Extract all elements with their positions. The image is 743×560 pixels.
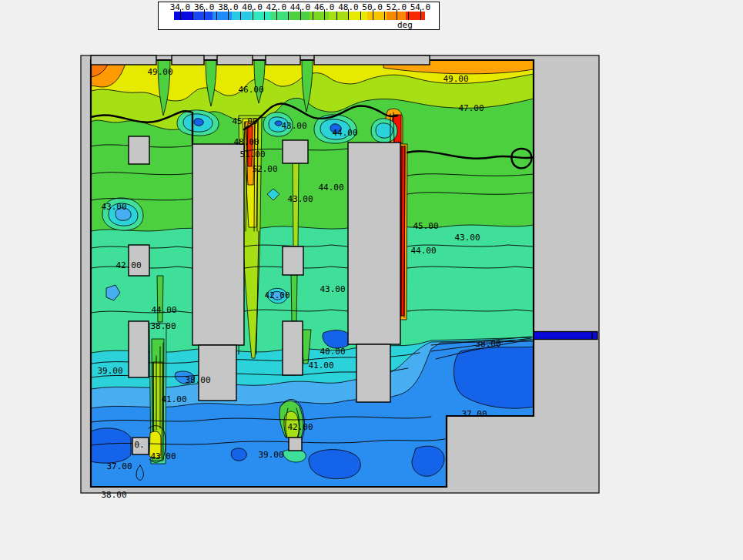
legend-minor-tick <box>360 12 361 20</box>
legend-minor-tick <box>408 12 409 20</box>
contour-label: 38.00 <box>150 321 176 331</box>
legend-tick <box>180 9 181 20</box>
contour-plot: 49.0046.0049.0047.0045.0043.0044.0048.00… <box>0 0 743 560</box>
legend-tick <box>228 9 229 20</box>
building-square-mid-center <box>283 246 303 275</box>
contour-label: 43.00 <box>320 284 345 294</box>
contour-label: 46.00 <box>238 85 263 95</box>
contour-label: 38.00 <box>101 490 126 500</box>
contour-label: 48.00 <box>233 137 259 147</box>
building-top-bar-2 <box>172 55 204 65</box>
building-tower-left-main <box>192 144 244 345</box>
legend-tick <box>276 9 277 20</box>
field-shape-streak-s4-s6 <box>291 275 297 321</box>
building-square-bottom-mid <box>289 438 302 451</box>
legend-tick <box>348 9 349 20</box>
contour-label: 45.00 <box>232 116 257 126</box>
building-top-bar-1 <box>91 55 156 65</box>
contour-label: 44.00 <box>318 183 343 193</box>
contour-label: 49.00 <box>147 67 172 77</box>
building-tower-right-main <box>348 143 400 344</box>
contour-label: 43.00 <box>281 121 306 131</box>
contour-label: 38.00 <box>475 339 500 349</box>
contour-label: 40.00 <box>320 347 345 357</box>
legend-tick <box>373 9 373 20</box>
legend-minor-tick <box>313 12 313 20</box>
legend-tick <box>397 9 397 20</box>
field-shape-pocket-b-core <box>194 119 203 126</box>
building-square-upper-left <box>129 136 149 164</box>
building-tower-right-stem <box>356 344 390 402</box>
contour-label: 39.00 <box>258 450 283 460</box>
contour-label: 41.00 <box>308 360 333 371</box>
contour-label: 43.00 <box>287 194 313 204</box>
building-top-bar-3 <box>217 55 253 65</box>
field-shape-streak-s3-s5 <box>157 276 163 322</box>
building-top-bar-4 <box>266 55 300 65</box>
contour-label: 49.00 <box>443 74 468 84</box>
color-legend: 34.036.038.040.042.044.046.048.050.052.0… <box>158 2 440 30</box>
contour-label: 44.00 <box>410 246 436 256</box>
building-tower-left-stem <box>199 345 236 401</box>
contour-label: 52.00 <box>252 164 277 174</box>
contour-label: 47.00 <box>458 103 484 113</box>
contour-label: 37.00 <box>106 461 132 471</box>
legend-minor-tick <box>192 12 193 20</box>
field-shape-streak-s2-s4 <box>293 163 299 246</box>
building-top-bar-5 <box>314 55 430 65</box>
legend-minor-tick <box>336 12 337 20</box>
contour-label: 43.00 <box>101 202 126 212</box>
legend-minor-tick <box>288 12 289 20</box>
legend-minor-tick <box>264 12 265 20</box>
legend-tick <box>253 9 253 20</box>
contour-label: 0. <box>134 440 144 450</box>
legend-minor-tick <box>240 12 241 20</box>
field-shape-pocket-dark-bottom-left <box>91 428 131 463</box>
contour-label: 41.00 <box>161 394 186 404</box>
contour-label: 37.00 <box>461 409 487 419</box>
legend-tick <box>204 9 205 20</box>
contour-label: 45.00 <box>413 221 438 231</box>
legend-color-bar <box>174 12 425 20</box>
contour-label: 43.00 <box>454 233 480 243</box>
inlet-channel-bar <box>534 332 597 340</box>
building-slab-lower-center <box>283 321 303 375</box>
contour-label: 42.00 <box>115 260 141 270</box>
legend-minor-tick <box>216 12 217 20</box>
building-slab-lower-left <box>129 321 149 377</box>
contour-label: 42.00 <box>264 290 290 300</box>
contour-label: 42.00 <box>287 422 313 432</box>
legend-tick <box>324 9 325 20</box>
contour-label: 44.00 <box>332 128 357 138</box>
field-shape-pocket-dark-left-of-s9 <box>231 448 246 461</box>
contour-label: 44.00 <box>151 305 176 315</box>
building-square-upper-mid <box>283 140 308 163</box>
legend-tick <box>300 9 301 20</box>
contour-label: 39.00 <box>97 366 122 376</box>
contour-label: 51.00 <box>239 149 265 159</box>
legend-unit-label: deg <box>397 21 413 29</box>
viewer-canvas: 49.0046.0049.0047.0045.0043.0044.0048.00… <box>0 0 743 560</box>
legend-tick <box>420 9 421 20</box>
contour-label: 38.00 <box>185 375 210 385</box>
contour-label: 43.00 <box>150 451 176 461</box>
legend-minor-tick <box>384 12 385 20</box>
